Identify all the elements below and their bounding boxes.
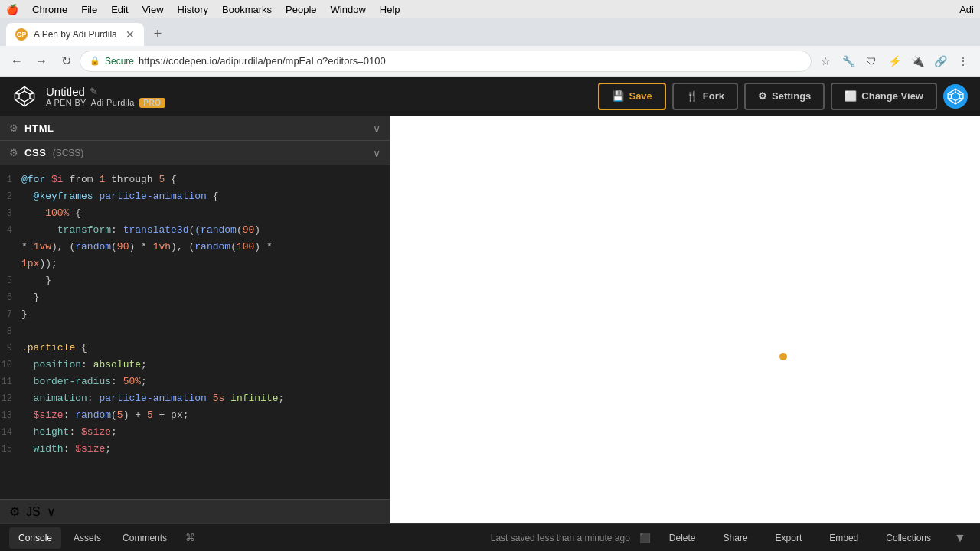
settings-label: Settings xyxy=(772,90,811,102)
pen-title-text[interactable]: Untitled xyxy=(46,85,85,98)
save-label: Save xyxy=(629,90,652,102)
author-name[interactable]: Adi Purdila xyxy=(91,98,135,107)
line-content-11: border-radius: 50%; xyxy=(21,373,384,390)
username: Adi xyxy=(959,4,974,15)
menu-window[interactable]: Window xyxy=(331,4,366,15)
code-line-14: 14 height: $size; xyxy=(0,424,390,441)
pro-badge: PRO xyxy=(139,98,165,108)
menu-view[interactable]: View xyxy=(142,4,164,15)
line-content-2: @keyframes particle-animation { xyxy=(21,188,384,205)
menu-help[interactable]: Help xyxy=(380,4,400,15)
edit-title-icon[interactable]: ✎ xyxy=(90,86,98,97)
html-panel-header: ⚙ HTML ∨ xyxy=(0,116,390,141)
delete-button[interactable]: Delete xyxy=(660,527,705,549)
extension-icon-3[interactable]: ⚡ xyxy=(884,51,905,72)
line-content-14: height: $size; xyxy=(21,424,384,441)
chrome-menu-icon[interactable]: ⋮ xyxy=(952,51,974,72)
html-gear-icon[interactable]: ⚙ xyxy=(9,122,18,134)
lock-icon: 🔒 xyxy=(90,56,100,66)
menu-file[interactable]: File xyxy=(81,4,97,15)
collections-button[interactable]: Collections xyxy=(877,527,940,549)
js-collapse-button[interactable]: ∨ xyxy=(47,504,56,519)
codepen-logo[interactable] xyxy=(12,84,37,109)
line-number-9: 9 xyxy=(0,340,21,357)
code-line-3: 3 100% { xyxy=(0,205,390,222)
apple-menu[interactable]: 🍎 xyxy=(6,4,18,15)
line-content-6: } xyxy=(21,289,384,306)
line-number-5: 5 xyxy=(0,272,21,289)
save-button[interactable]: 💾 Save xyxy=(598,83,665,110)
code-line-7: 7 } xyxy=(0,306,390,323)
more-options-button[interactable]: ▼ xyxy=(949,527,971,549)
status-area: Last saved less than a minute ago ⬛ Dele… xyxy=(491,527,971,549)
css-gear-icon[interactable]: ⚙ xyxy=(9,147,18,158)
tab-close-button[interactable]: ✕ xyxy=(126,28,135,41)
menu-history[interactable]: History xyxy=(178,4,208,15)
codepen-user-avatar[interactable] xyxy=(943,84,968,109)
css-panel-title: CSS xyxy=(24,147,47,158)
code-line-12: 12 animation: particle-animation 5s infi… xyxy=(0,390,390,407)
export-button[interactable]: Export xyxy=(766,527,812,549)
code-line-4b: * 1vw), (random(90) * 1vh), (random(100)… xyxy=(0,239,390,256)
bookmark-star-icon[interactable]: ☆ xyxy=(815,51,836,72)
line-number-15: 15 xyxy=(0,441,21,458)
menu-edit[interactable]: Edit xyxy=(111,4,128,15)
line-number-11: 11 xyxy=(0,373,21,390)
assets-tab[interactable]: Assets xyxy=(64,527,110,549)
line-content-4: transform: translate3d((random(90) xyxy=(21,222,384,239)
line-number-6: 6 xyxy=(0,289,21,306)
line-content-3: 100% { xyxy=(21,205,384,222)
save-status-text: Last saved less than a minute ago xyxy=(491,533,630,543)
settings-button[interactable]: ⚙ Settings xyxy=(744,83,825,110)
fork-label: Fork xyxy=(703,90,724,102)
code-line-8: 8 xyxy=(0,323,390,340)
cmd-button[interactable]: ⌘ xyxy=(179,527,201,549)
menu-bookmarks[interactable]: Bookmarks xyxy=(222,4,272,15)
line-number-4: 4 xyxy=(0,222,21,239)
menu-people[interactable]: People xyxy=(286,4,316,15)
changeview-icon: ⬜ xyxy=(844,90,857,102)
line-content-4c: 1px)); xyxy=(21,256,384,272)
extension-icon-5[interactable]: 🔗 xyxy=(929,51,951,72)
html-collapse-button[interactable]: ∨ xyxy=(373,122,381,135)
embed-button[interactable]: Embed xyxy=(820,527,867,549)
forward-button[interactable]: → xyxy=(31,51,52,72)
line-content-5: } xyxy=(21,272,384,289)
line-number-14: 14 xyxy=(0,424,21,441)
menu-chrome[interactable]: Chrome xyxy=(32,4,67,15)
header-actions: 💾 Save 🍴 Fork ⚙ Settings ⬜ Change View xyxy=(598,83,968,110)
js-gear-icon[interactable]: ⚙ xyxy=(9,504,20,519)
extension-icon-4[interactable]: 🔌 xyxy=(906,51,928,72)
line-content-7: } xyxy=(21,306,384,323)
code-line-5: 5 } xyxy=(0,272,390,289)
address-bar[interactable]: 🔒 Secure https://codepen.io/adipurdila/p… xyxy=(80,51,812,72)
line-number-3: 3 xyxy=(0,205,21,222)
css-code-editor[interactable]: 1 @for $i from 1 through 5 { 2 @keyframe… xyxy=(0,165,390,499)
chrome-tabbar: CP A Pen by Adi Purdila ✕ + xyxy=(0,18,980,46)
chrome-addressbar: ← → ↻ 🔒 Secure https://codepen.io/adipur… xyxy=(0,46,980,77)
open-in-new-icon[interactable]: ⬛ xyxy=(639,533,651,543)
line-content-12: animation: particle-animation 5s infinit… xyxy=(21,390,384,407)
fork-button[interactable]: 🍴 Fork xyxy=(672,83,738,110)
mac-menubar: 🍎 Chrome File Edit View History Bookmark… xyxy=(0,0,980,18)
extension-icon-1[interactable]: 🔧 xyxy=(838,51,859,72)
css-panel-subtitle: (SCSS) xyxy=(53,148,84,158)
share-button[interactable]: Share xyxy=(714,527,757,549)
new-tab-button[interactable]: + xyxy=(147,23,168,44)
line-number-12: 12 xyxy=(0,390,21,407)
console-tab[interactable]: Console xyxy=(9,527,61,549)
line-content-10: position: absolute; xyxy=(21,357,384,373)
line-number-13: 13 xyxy=(0,407,21,424)
reload-button[interactable]: ↻ xyxy=(55,51,77,72)
line-number-1: 1 xyxy=(0,171,21,188)
change-view-button[interactable]: ⬜ Change View xyxy=(831,83,937,110)
code-line-13: 13 $size: random(5) + 5 + px; xyxy=(0,407,390,424)
extension-icon-2[interactable]: 🛡 xyxy=(861,51,882,72)
line-content-1: @for $i from 1 through 5 { xyxy=(21,171,384,188)
svg-marker-1 xyxy=(19,91,30,102)
back-button[interactable]: ← xyxy=(6,51,28,72)
code-line-1: 1 @for $i from 1 through 5 { xyxy=(0,171,390,188)
comments-tab[interactable]: Comments xyxy=(113,527,176,549)
active-tab[interactable]: CP A Pen by Adi Purdila ✕ xyxy=(6,23,144,46)
css-collapse-button[interactable]: ∨ xyxy=(373,147,381,159)
